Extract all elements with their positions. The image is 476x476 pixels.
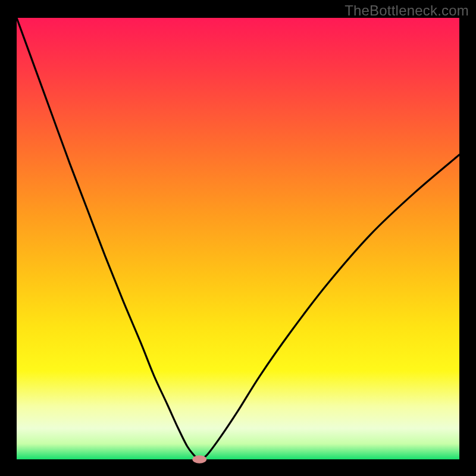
plot-background — [17, 18, 459, 459]
chart-frame: TheBottleneck.com — [0, 0, 476, 476]
min-marker — [192, 455, 206, 463]
bottleneck-chart — [0, 0, 476, 476]
watermark-text: TheBottleneck.com — [345, 2, 469, 19]
